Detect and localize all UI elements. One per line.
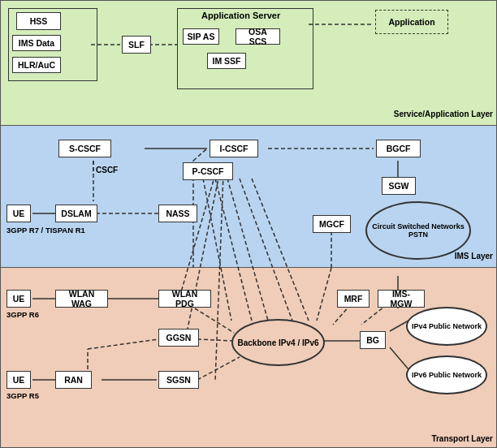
cscf-label: CSCF <box>96 166 118 174</box>
s-cscf-box: S-CSCF <box>58 140 111 157</box>
ue1-box: UE <box>6 205 31 222</box>
hlr-auc-box: HLR/AuC <box>12 57 61 73</box>
im-ssf-box: IM SSF <box>207 53 246 69</box>
wlan-pdg-box: WLAN PDG <box>158 290 211 308</box>
ran-box: RAN <box>55 371 92 389</box>
sgsn-box: SGSN <box>158 371 199 389</box>
sgw-box: SGW <box>382 177 416 195</box>
ims-mgw-box: IMS-MGW <box>378 290 425 308</box>
ims-data-box: IMS Data <box>12 35 61 51</box>
app-server-group <box>177 8 313 89</box>
transport-layer-label: Transport Layer <box>431 434 493 443</box>
slf-box: SLF <box>122 36 151 54</box>
nass-box: NASS <box>158 205 197 222</box>
ue2-box: UE <box>6 290 31 308</box>
ggsn-box: GGSN <box>158 329 199 347</box>
i-cscf-box: I-CSCF <box>210 140 258 157</box>
p-cscf-box: P-CSCF <box>183 162 233 180</box>
mgcf-box: MGCF <box>313 215 351 233</box>
diagram: HSS IMS Data HLR/AuC SLF Application Ser… <box>0 0 497 448</box>
backbone-ellipse: Backbone IPv4 / IPv6 <box>231 319 325 366</box>
hss-box: HSS <box>16 12 61 30</box>
service-layer-label: Service/Application Layer <box>394 110 493 118</box>
3gpp-r7-label: 3GPP R7 / TISPAN R1 <box>6 226 85 235</box>
dslam-box: DSLAM <box>55 205 97 222</box>
3gpp-r6-label: 3GPP R6 <box>6 310 39 319</box>
bg-box: BG <box>360 331 386 349</box>
wlan-wag-box: WLAN WAG <box>55 290 108 308</box>
sip-as-box: SIP AS <box>183 28 219 45</box>
osa-scs-box: OSA SCS <box>236 28 280 45</box>
bgcf-box: BGCF <box>376 140 421 157</box>
ims-layer-label: IMS Layer <box>455 252 493 261</box>
ipv6-ellipse: IPv6 Public Network <box>406 355 487 394</box>
app-server-label: Application Server <box>201 11 280 20</box>
ue3-box: UE <box>6 371 31 389</box>
mrf-box: MRF <box>337 290 370 308</box>
ipv4-ellipse: IPv4 Public Network <box>406 307 487 346</box>
application-box: Application <box>375 10 448 34</box>
3gpp-r5-label: 3GPP R5 <box>6 391 39 400</box>
